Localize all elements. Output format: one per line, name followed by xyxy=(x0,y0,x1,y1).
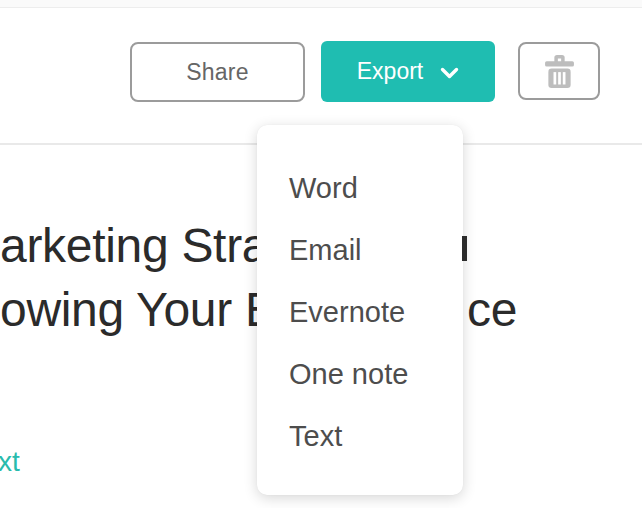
export-menu-item-one-note[interactable]: One note xyxy=(257,343,463,405)
trash-icon xyxy=(545,55,574,88)
page-top-edge xyxy=(0,0,642,8)
share-button[interactable]: Share xyxy=(130,42,305,102)
delete-button[interactable] xyxy=(518,42,600,100)
export-button-label: Export xyxy=(357,58,423,85)
export-menu-item-evernote[interactable]: Evernote xyxy=(257,281,463,343)
chevron-down-icon xyxy=(440,67,459,80)
share-button-label: Share xyxy=(186,59,248,86)
export-menu-item-text[interactable]: Text xyxy=(257,405,463,467)
document-heading-line1-cropped-letter xyxy=(462,236,467,261)
export-menu-item-email[interactable]: Email xyxy=(257,219,463,281)
export-menu-item-word[interactable]: Word xyxy=(257,157,463,219)
export-dropdown-menu: Word Email Evernote One note Text xyxy=(257,125,463,495)
document-heading-line2: owing Your E xyxy=(0,278,277,342)
document-heading-line2-cropped-end: ce xyxy=(467,278,517,342)
document-heading-line1: arketing Stra xyxy=(0,214,268,278)
export-button[interactable]: Export xyxy=(321,41,495,102)
cropped-link[interactable]: xt xyxy=(0,446,20,478)
